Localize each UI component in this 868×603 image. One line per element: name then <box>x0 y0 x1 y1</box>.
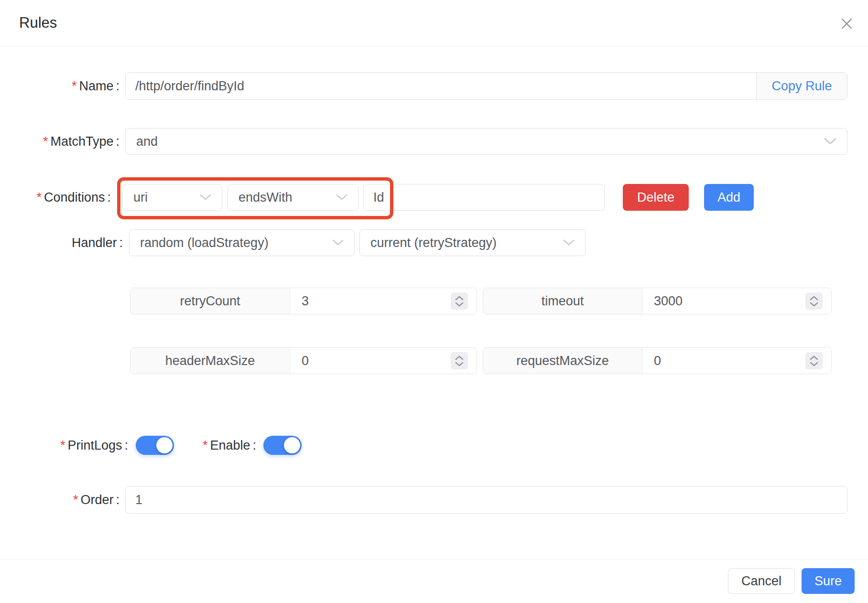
chevron-down-icon <box>200 194 211 201</box>
order-label: *Order: <box>0 486 119 514</box>
load-strategy-select[interactable]: random (loadStrategy) <box>129 229 355 256</box>
number-stepper[interactable] <box>451 352 468 369</box>
dialog-footer: Cancel Sure <box>0 559 868 603</box>
param-name: requestMaxSize <box>483 348 642 374</box>
match-type-select[interactable]: and <box>125 128 847 155</box>
toggle-knob <box>284 437 300 453</box>
param-value: 0 <box>654 354 661 368</box>
handler-label: Handler: <box>0 229 123 256</box>
add-condition-button[interactable]: Add <box>704 184 754 211</box>
close-icon <box>840 17 853 30</box>
print-logs-label: *PrintLogs: <box>0 436 128 455</box>
close-button[interactable] <box>836 13 857 33</box>
sure-button[interactable]: Sure <box>802 568 855 594</box>
cancel-button[interactable]: Cancel <box>728 568 795 594</box>
retrycount-input[interactable]: 3 <box>290 288 477 314</box>
chevron-down-icon <box>455 362 464 366</box>
chevron-up-icon <box>455 296 464 301</box>
param-value: 3000 <box>654 294 683 309</box>
number-stepper[interactable] <box>805 292 823 310</box>
rules-dialog: Rules *Name: Copy Rule *MatchType: and *… <box>0 0 868 603</box>
chevron-down-icon <box>336 194 347 201</box>
name-label: *Name: <box>0 72 119 100</box>
chevron-down-icon <box>455 302 464 307</box>
match-type-label: *MatchType: <box>0 128 119 155</box>
required-mark: * <box>43 134 48 149</box>
chevron-up-icon <box>455 355 464 360</box>
name-input[interactable] <box>126 73 756 99</box>
chevron-down-icon <box>810 362 818 366</box>
chevron-down-icon <box>810 302 818 307</box>
condition-field-value: uri <box>133 190 148 205</box>
required-mark: * <box>203 438 208 452</box>
name-input-group: Copy Rule <box>125 72 847 100</box>
number-stepper[interactable] <box>805 352 823 369</box>
condition-field-select[interactable]: uri <box>122 184 222 211</box>
enable-label: *Enable: <box>167 436 256 455</box>
retry-strategy-value: current (retryStrategy) <box>370 236 497 250</box>
param-name: timeout <box>483 288 642 314</box>
requestmaxsize-input[interactable]: 0 <box>642 348 831 374</box>
param-group-requestmaxsize: requestMaxSize 0 <box>483 347 832 374</box>
param-value: 0 <box>302 354 309 368</box>
dialog-header: Rules <box>0 0 868 46</box>
param-name: headerMaxSize <box>130 348 290 374</box>
load-strategy-value: random (loadStrategy) <box>140 236 269 250</box>
dialog-title: Rules <box>19 0 57 46</box>
condition-operator-select[interactable]: endsWith <box>228 184 358 211</box>
delete-condition-button[interactable]: Delete <box>623 184 689 211</box>
param-group-timeout: timeout 3000 <box>483 288 832 314</box>
param-name: retryCount <box>130 288 290 314</box>
param-group-headermaxsize: headerMaxSize 0 <box>130 347 477 374</box>
chevron-down-icon <box>563 239 575 246</box>
match-type-value: and <box>136 134 158 149</box>
param-value: 3 <box>302 294 309 309</box>
conditions-label: *Conditions: <box>0 184 111 211</box>
enable-toggle[interactable] <box>263 436 302 455</box>
required-mark: * <box>36 190 42 205</box>
order-input[interactable] <box>125 486 847 514</box>
timeout-input[interactable]: 3000 <box>642 288 831 314</box>
chevron-down-icon <box>332 239 344 246</box>
required-mark: * <box>60 438 65 452</box>
copy-rule-button[interactable]: Copy Rule <box>756 73 847 99</box>
chevron-up-icon <box>810 296 818 301</box>
number-stepper[interactable] <box>451 292 468 310</box>
retry-strategy-select[interactable]: current (retryStrategy) <box>359 229 586 256</box>
chevron-up-icon <box>810 355 818 360</box>
param-group-retrycount: retryCount 3 <box>130 288 477 314</box>
condition-operator-value: endsWith <box>239 190 293 205</box>
chevron-down-icon <box>824 138 836 145</box>
required-mark: * <box>73 493 78 507</box>
headermaxsize-input[interactable]: 0 <box>290 348 477 374</box>
condition-value-input[interactable] <box>363 184 605 211</box>
required-mark: * <box>72 79 77 93</box>
